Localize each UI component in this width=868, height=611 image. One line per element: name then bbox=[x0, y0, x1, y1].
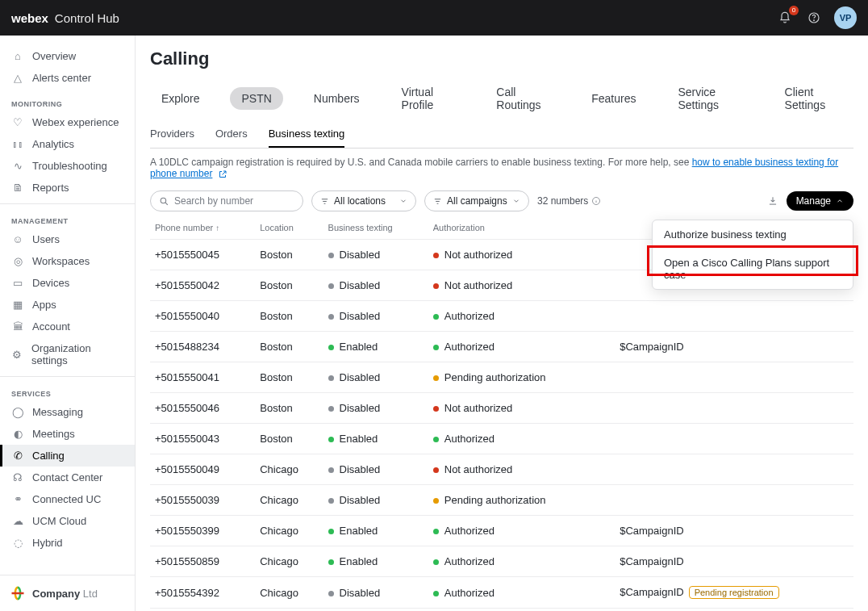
sidebar-item-contact-center[interactable]: ☊Contact Center bbox=[0, 467, 135, 488]
notifications-button[interactable]: 0 bbox=[776, 9, 794, 27]
cell-bt: Disabled bbox=[323, 270, 428, 301]
help-button[interactable] bbox=[805, 9, 823, 27]
col-business-texting[interactable]: Business texting bbox=[323, 216, 428, 240]
sidebar-item-devices[interactable]: ▭Devices bbox=[0, 272, 135, 294]
filter-locations[interactable]: All locations bbox=[311, 190, 416, 211]
sidebar-item-org-settings[interactable]: ⚙Organization settings bbox=[0, 337, 135, 371]
cell-campaign bbox=[615, 424, 853, 454]
sidebar-item-apps[interactable]: ▦Apps bbox=[0, 294, 135, 316]
cell-location: Boston bbox=[255, 270, 323, 301]
status-dot-icon bbox=[328, 283, 334, 289]
avatar[interactable]: VP bbox=[834, 6, 857, 29]
status-dot-icon bbox=[328, 314, 334, 320]
cell-bt: Enabled bbox=[323, 516, 428, 546]
status-dot-icon bbox=[328, 591, 334, 596]
status-dot-icon bbox=[328, 253, 334, 258]
sidebar-item-calling[interactable]: ✆Calling bbox=[0, 445, 135, 467]
cell-auth: Authorized bbox=[428, 609, 601, 612]
sidebar-item-meetings[interactable]: ◐Meetings bbox=[0, 423, 135, 445]
sidebar-item-ucm-cloud[interactable]: ☁UCM Cloud bbox=[0, 510, 135, 532]
main: Calling ExplorePSTNNumbersVirtual Profil… bbox=[136, 36, 868, 611]
table-row[interactable]: +5015550041BostonDisabledPending authori… bbox=[150, 362, 853, 393]
sidebar-item-label: Contact Center bbox=[32, 471, 102, 483]
grid-icon: ▦ bbox=[11, 299, 24, 311]
sidebar-item-webex-exp[interactable]: ♡Webex experience bbox=[0, 111, 135, 133]
menu-open-case[interactable]: Open a Cisco Calling Plans support case bbox=[653, 249, 853, 289]
sidebar-item-troubleshooting[interactable]: ∿Troubleshooting bbox=[0, 155, 135, 177]
table-row[interactable]: +5015488234BostonEnabledAuthorized$Campa… bbox=[150, 332, 853, 362]
sidebar-item-label: Hybrid bbox=[32, 537, 63, 549]
sidebar: ⌂ Overview △ Alerts center MONITORING ♡W… bbox=[0, 36, 136, 611]
col-phone[interactable]: Phone number↑ bbox=[150, 216, 255, 240]
cell-auth: Authorized bbox=[428, 424, 601, 454]
cell-auth: Authorized bbox=[428, 546, 601, 577]
sidebar-item-users[interactable]: ☺Users bbox=[0, 228, 135, 250]
cell-location: Boston bbox=[255, 240, 323, 270]
heart-icon: ♡ bbox=[11, 116, 24, 128]
topbar: webex Control Hub 0 VP bbox=[0, 0, 868, 36]
pending-badge: Pending registration bbox=[689, 586, 779, 599]
subtab-providers[interactable]: Providers bbox=[150, 124, 194, 148]
table-row[interactable]: +5015550046BostonDisabledNot authorized bbox=[150, 393, 853, 424]
status-dot-icon bbox=[433, 375, 439, 381]
cell-auth: Authorized bbox=[428, 516, 601, 546]
status-dot-icon bbox=[328, 345, 334, 350]
tab-call-routings[interactable]: Call Routings bbox=[485, 81, 561, 116]
manage-label: Manage bbox=[796, 195, 831, 207]
info-icon[interactable] bbox=[591, 196, 601, 206]
col-location[interactable]: Location bbox=[255, 216, 323, 240]
subtab-orders[interactable]: Orders bbox=[215, 124, 248, 148]
user-icon: ☺ bbox=[11, 233, 24, 245]
table-row[interactable]: +5015550399ChicagoEnabledAuthorized$Camp… bbox=[150, 516, 853, 546]
sidebar-item-account[interactable]: 🏛Account bbox=[0, 316, 135, 337]
sidebar-item-analytics[interactable]: ⫾⫾Analytics bbox=[0, 133, 135, 155]
tab-features[interactable]: Features bbox=[580, 87, 647, 110]
sidebar-item-reports[interactable]: 🗎Reports bbox=[0, 177, 135, 199]
sidebar-item-overview[interactable]: ⌂ Overview bbox=[0, 45, 135, 67]
tab-numbers[interactable]: Numbers bbox=[303, 87, 371, 110]
manage-button[interactable]: Manage bbox=[787, 191, 853, 211]
sidebar-item-messaging[interactable]: ◯Messaging bbox=[0, 401, 135, 423]
table-row[interactable]: +5015554392ChicagoDisabledAuthorized$Cam… bbox=[150, 577, 853, 609]
cell-auth: Pending authorization bbox=[428, 362, 601, 393]
cell-auth: Not authorized bbox=[428, 270, 601, 301]
count-text: 32 numbers bbox=[537, 195, 601, 207]
tab-pstn[interactable]: PSTN bbox=[230, 87, 282, 110]
filter-campaigns[interactable]: All campaigns bbox=[424, 190, 529, 211]
col-authorization[interactable]: Authorization bbox=[428, 216, 601, 240]
table-row[interactable]: +5015550859ChicagoEnabledAuthorized$Camp… bbox=[150, 546, 853, 577]
cell-bt: Disabled bbox=[323, 301, 428, 332]
cell-location: Boston bbox=[255, 332, 323, 362]
table-row[interactable]: +5015550049ChicagoDisabledNot authorized bbox=[150, 454, 853, 485]
sidebar-item-workspaces[interactable]: ◎Workspaces bbox=[0, 250, 135, 272]
table-row[interactable]: +5015550040BostonDisabledAuthorized bbox=[150, 301, 853, 332]
cell-auth: Authorized bbox=[428, 577, 601, 609]
sidebar-item-label: Account bbox=[32, 320, 70, 333]
menu-authorize[interactable]: Authorize business texting bbox=[653, 220, 853, 249]
table-row[interactable]: +5015538832ChicagoDisabledAuthorized bbox=[150, 609, 853, 612]
cell-phone: +5015550041 bbox=[150, 362, 255, 393]
tab-explore[interactable]: Explore bbox=[150, 87, 211, 110]
table-row[interactable]: +5015550043BostonEnabledAuthorized bbox=[150, 424, 853, 454]
cell-bt: Disabled bbox=[323, 609, 428, 612]
status-dot-icon bbox=[433, 559, 439, 565]
chevron-up-icon bbox=[836, 197, 844, 205]
table-row[interactable]: +5015550039ChicagoDisabledPending author… bbox=[150, 485, 853, 516]
tab-virtual-profile[interactable]: Virtual Profile bbox=[390, 81, 466, 116]
download-button[interactable] bbox=[767, 195, 778, 207]
status-dot-icon bbox=[433, 406, 439, 412]
home-icon: ⌂ bbox=[11, 50, 24, 62]
search-input[interactable]: Search by number bbox=[150, 190, 303, 211]
cell-bt: Disabled bbox=[323, 240, 428, 270]
cell-bt: Disabled bbox=[323, 454, 428, 485]
subtab-business-texting[interactable]: Business texting bbox=[269, 124, 345, 148]
tab-client-settings[interactable]: Client Settings bbox=[774, 81, 853, 116]
tab-service-settings[interactable]: Service Settings bbox=[666, 81, 753, 116]
sidebar-item-alerts[interactable]: △ Alerts center bbox=[0, 67, 135, 89]
sidebar-item-label: Analytics bbox=[32, 138, 74, 150]
status-dot-icon bbox=[328, 375, 334, 381]
company-name: Company Ltd bbox=[32, 588, 98, 600]
pin-icon: ◎ bbox=[11, 255, 24, 267]
sidebar-item-connected-uc[interactable]: ⚭Connected UC bbox=[0, 488, 135, 510]
sidebar-item-hybrid[interactable]: ◌Hybrid bbox=[0, 532, 135, 554]
